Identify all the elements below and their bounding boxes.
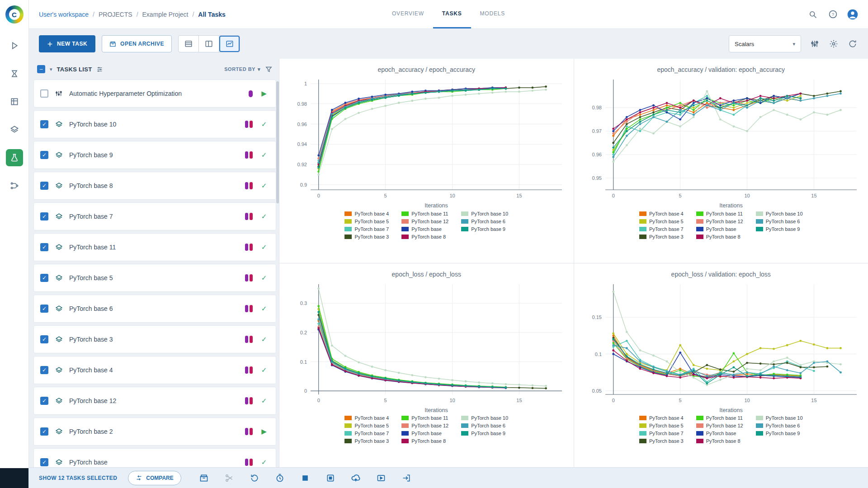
projects-icon[interactable] xyxy=(6,149,23,166)
user-avatar[interactable] xyxy=(847,9,858,20)
task-checkbox[interactable]: ✓ xyxy=(40,120,48,128)
help-icon[interactable]: ? xyxy=(827,9,838,20)
legend-item[interactable]: PyTorch base 9 xyxy=(756,430,803,437)
table-view-button[interactable] xyxy=(179,36,199,52)
tab-tasks[interactable]: TASKS xyxy=(433,0,471,28)
legend-item[interactable]: PyTorch base 12 xyxy=(696,422,743,430)
task-name[interactable]: PyTorch base 6 xyxy=(69,305,239,312)
chevron-down-icon[interactable]: ▾ xyxy=(50,66,52,72)
legend-item[interactable]: PyTorch base 11 xyxy=(401,414,448,422)
legend-item[interactable]: PyTorch base 8 xyxy=(696,233,743,240)
chart-plot[interactable]: 0510150.950.960.970.98Iterations xyxy=(576,74,866,210)
task-name[interactable]: Automatic Hyperparameter Optimization xyxy=(69,90,243,97)
settings-gear-icon[interactable] xyxy=(828,38,839,49)
pipelines-icon[interactable] xyxy=(6,177,23,194)
task-name[interactable]: PyTorch base 2 xyxy=(69,428,239,435)
legend-item[interactable]: PyTorch base 4 xyxy=(639,210,684,217)
legend-item[interactable]: PyTorch base 3 xyxy=(639,437,684,445)
task-row[interactable]: ✓PyTorch base 9✓ xyxy=(33,141,276,169)
retry-icon[interactable] xyxy=(249,473,260,483)
legend-item[interactable]: PyTorch base 5 xyxy=(639,217,684,225)
breadcrumb-all-tasks[interactable]: All Tasks xyxy=(198,11,225,18)
legend-item[interactable]: PyTorch base 6 xyxy=(461,217,508,225)
legend-item[interactable]: PyTorch base 3 xyxy=(344,233,389,240)
task-name[interactable]: PyTorch base 9 xyxy=(69,151,239,159)
legend-item[interactable]: PyTorch base xyxy=(401,430,448,437)
chart-plot[interactable]: 0510150.050.10.15Iterations xyxy=(576,279,866,414)
legend-item[interactable]: PyTorch base 7 xyxy=(344,225,389,233)
filter-icon[interactable] xyxy=(265,66,273,73)
legend-item[interactable]: PyTorch base xyxy=(696,225,743,233)
open-archive-button[interactable]: OPEN ARCHIVE xyxy=(102,35,172,52)
legend-item[interactable]: PyTorch base xyxy=(696,430,743,437)
archive-action-icon[interactable] xyxy=(198,473,209,483)
legend-item[interactable]: PyTorch base 9 xyxy=(461,430,508,437)
dashboard-icon[interactable] xyxy=(6,37,23,54)
split-view-button[interactable] xyxy=(199,36,219,52)
task-row[interactable]: ✓PyTorch base 5✓ xyxy=(33,264,276,292)
task-checkbox[interactable]: ✓ xyxy=(40,397,48,405)
abort-all-children-icon[interactable] xyxy=(325,473,336,483)
task-name[interactable]: PyTorch base 7 xyxy=(69,213,239,220)
task-checkbox[interactable]: ✓ xyxy=(40,182,48,190)
workers-icon[interactable] xyxy=(6,93,23,110)
tab-models[interactable]: MODELS xyxy=(471,0,514,28)
task-row[interactable]: Automatic Hyperparameter Optimization▶ xyxy=(33,80,276,108)
tune-icon[interactable] xyxy=(809,38,820,49)
enqueue-icon[interactable] xyxy=(376,473,387,483)
legend-item[interactable]: PyTorch base 7 xyxy=(639,225,684,233)
publish-icon[interactable] xyxy=(350,473,361,483)
legend-item[interactable]: PyTorch base 4 xyxy=(344,414,389,422)
legend-item[interactable]: PyTorch base 3 xyxy=(639,233,684,240)
legend-item[interactable]: PyTorch base 10 xyxy=(756,210,803,217)
new-task-button[interactable]: NEW TASK xyxy=(39,35,95,52)
breadcrumb-projects[interactable]: PROJECTS xyxy=(99,11,132,18)
chart-view-button[interactable] xyxy=(219,36,240,52)
legend-item[interactable]: PyTorch base 8 xyxy=(401,437,448,445)
task-row[interactable]: ✓PyTorch base 6✓ xyxy=(33,295,276,323)
tab-overview[interactable]: OVERVIEW xyxy=(383,0,433,28)
legend-item[interactable]: PyTorch base 6 xyxy=(461,422,508,430)
legend-item[interactable]: PyTorch base 11 xyxy=(696,210,743,217)
task-checkbox[interactable]: ✓ xyxy=(40,274,48,282)
legend-item[interactable]: PyTorch base 3 xyxy=(344,437,389,445)
move-to-project-icon[interactable] xyxy=(401,473,412,483)
legend-item[interactable]: PyTorch base 11 xyxy=(401,210,448,217)
legend-item[interactable]: PyTorch base 9 xyxy=(461,225,508,233)
task-name[interactable]: PyTorch base 12 xyxy=(69,397,239,404)
task-row[interactable]: ✓PyTorch base 2▶ xyxy=(33,418,276,446)
task-checkbox[interactable]: ✓ xyxy=(40,151,48,159)
legend-item[interactable]: PyTorch base 12 xyxy=(401,217,448,225)
clearml-logo[interactable]: C xyxy=(5,5,24,23)
task-checkbox[interactable]: ✓ xyxy=(40,212,48,221)
task-checkbox[interactable]: ✓ xyxy=(40,243,48,251)
legend-item[interactable]: PyTorch base 7 xyxy=(639,430,684,437)
task-row[interactable]: ✓PyTorch base 11✓ xyxy=(33,233,276,261)
chart-plot[interactable]: 0510150.90.920.940.960.981Iterations xyxy=(282,74,571,210)
breadcrumb-workspace[interactable]: User's workspace xyxy=(39,11,89,18)
auto-refresh-icon[interactable] xyxy=(847,38,858,49)
legend-item[interactable]: PyTorch base 12 xyxy=(401,422,448,430)
legend-item[interactable]: PyTorch base 4 xyxy=(344,210,389,217)
legend-item[interactable]: PyTorch base 12 xyxy=(696,217,743,225)
abort-icon[interactable] xyxy=(300,473,311,483)
reset-icon[interactable] xyxy=(274,473,285,483)
task-row[interactable]: ✓PyTorch base 3✓ xyxy=(33,325,276,353)
clone-icon[interactable] xyxy=(224,473,235,483)
legend-item[interactable]: PyTorch base 6 xyxy=(756,422,803,430)
task-name[interactable]: PyTorch base 8 xyxy=(69,182,239,189)
queues-icon[interactable] xyxy=(6,65,23,82)
task-name[interactable]: PyTorch base 10 xyxy=(69,121,239,128)
metric-view-select[interactable]: Scalars ▾ xyxy=(729,35,801,52)
search-icon[interactable] xyxy=(807,9,818,20)
column-settings-icon[interactable] xyxy=(96,66,103,73)
tasks-scrollbar[interactable] xyxy=(276,81,279,203)
legend-item[interactable]: PyTorch base 5 xyxy=(344,217,389,225)
task-name[interactable]: PyTorch base 5 xyxy=(69,274,239,282)
legend-item[interactable]: PyTorch base 10 xyxy=(461,414,508,422)
legend-item[interactable]: PyTorch base 10 xyxy=(756,414,803,422)
task-row[interactable]: ✓PyTorch base 4✓ xyxy=(33,356,276,384)
legend-item[interactable]: PyTorch base 4 xyxy=(639,414,684,422)
task-row[interactable]: ✓PyTorch base 12✓ xyxy=(33,387,276,415)
task-name[interactable]: PyTorch base 11 xyxy=(69,244,239,251)
